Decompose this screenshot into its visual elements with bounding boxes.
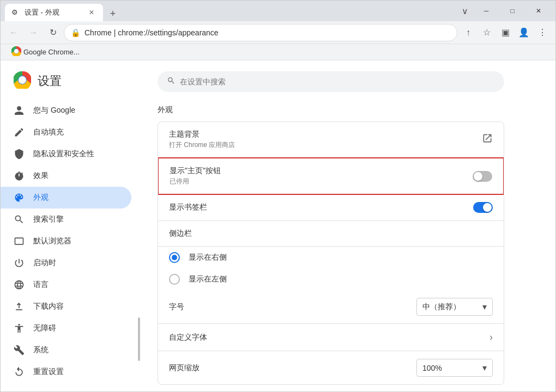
address-text: Chrome | chrome://settings/appearance	[84, 28, 450, 37]
sidebar-item-autofill[interactable]: 自动填充	[1, 121, 131, 143]
home-button-label: 显示"主页"按钮	[170, 166, 221, 176]
sidebar-item-label-reset: 重置设置	[33, 367, 64, 377]
language-icon	[14, 279, 25, 290]
font-size-select[interactable]: 中（推荐） ▾	[416, 298, 493, 316]
settings-card: 主题背景 打开 Chrome 应用商店 显示"主页"按钮 已停用	[158, 121, 504, 385]
sidebar-item-label-privacy: 隐私设置和安全性	[33, 149, 94, 159]
person-icon	[14, 105, 25, 116]
forward-button[interactable]: →	[25, 24, 42, 41]
star-button[interactable]: ☆	[478, 24, 495, 41]
sidebar-item-label-accessibility: 无障碍	[33, 323, 56, 333]
autofill-icon	[14, 127, 25, 138]
sidebar-item-label-google: 您与 Google	[33, 106, 75, 115]
zoom-dropdown-arrow: ▾	[482, 363, 487, 373]
search-icon	[14, 214, 25, 225]
bookmarks-bar-row: 显示书签栏	[158, 194, 504, 221]
zoom-row: 网页缩放 100% ▾	[158, 351, 504, 384]
sidebar-item-label-search: 搜索引擎	[33, 215, 64, 224]
system-icon	[14, 345, 25, 356]
sidebar-item-accessibility[interactable]: 无障碍	[1, 317, 131, 339]
sidebar-item-system[interactable]: 系统	[1, 339, 131, 361]
search-bar[interactable]	[158, 71, 504, 92]
sidebar-item-search[interactable]: 搜索引擎	[1, 209, 131, 230]
settings-header: 设置	[1, 65, 140, 100]
sidebar-item-startup[interactable]: 启动时	[1, 252, 131, 274]
reload-button[interactable]: ↻	[44, 24, 62, 41]
zoom-label: 网页缩放	[169, 363, 200, 373]
sidebar-left-radio[interactable]	[169, 274, 180, 285]
shield-icon	[14, 149, 25, 160]
lock-icon: 🔒	[71, 28, 80, 37]
bookmark-item-chrome[interactable]: Google Chrome...	[7, 45, 84, 59]
zoom-value: 100%	[422, 364, 442, 372]
toolbar: ← → ↻ 🔒 Chrome | chrome://settings/appea…	[1, 21, 555, 44]
address-bar[interactable]: 🔒 Chrome | chrome://settings/appearance	[64, 24, 457, 41]
sidebar-item-privacy[interactable]: 隐私设置和安全性	[1, 143, 131, 165]
maximize-button[interactable]: □	[500, 2, 525, 20]
toggle-knob	[474, 172, 482, 181]
font-size-dropdown-arrow: ▾	[482, 302, 487, 312]
home-button-toggle[interactable]	[473, 171, 492, 182]
sidebar-item-reset[interactable]: 重置设置	[1, 361, 131, 383]
sidebar-item-label-appearance: 外观	[33, 193, 49, 203]
tab-title: 设置 - 外观	[25, 8, 82, 17]
custom-font-label: 自定义字体	[169, 333, 207, 342]
svg-point-5	[19, 77, 26, 83]
sidebar-item-performance[interactable]: 效果	[1, 165, 131, 187]
content-area: 设置 您与 Google 自动填充	[1, 60, 555, 391]
font-size-label: 字号	[169, 302, 184, 312]
new-tab-button[interactable]: +	[105, 6, 120, 21]
collapse-button[interactable]: ∨	[457, 3, 473, 19]
close-button[interactable]: ✕	[526, 2, 551, 20]
zoom-select[interactable]: 100% ▾	[416, 359, 493, 377]
sidebar-left-option[interactable]: 显示在左侧	[158, 268, 504, 290]
sidebar-section-label: 侧边栏	[169, 229, 192, 238]
custom-font-row[interactable]: 自定义字体 ›	[158, 324, 504, 351]
bookmarks-bar: Google Chrome...	[1, 44, 555, 60]
radio-dot-selected	[172, 255, 177, 260]
external-link-icon[interactable]	[482, 133, 493, 146]
svg-point-2	[15, 50, 19, 53]
theme-info: 主题背景 打开 Chrome 应用商店	[169, 130, 235, 150]
back-button[interactable]: ←	[5, 24, 22, 41]
profile-button[interactable]: 👤	[515, 24, 533, 41]
sidebar-item-appearance[interactable]: 外观	[1, 187, 131, 209]
sidebar-item-label-downloads: 下载内容	[33, 302, 64, 311]
sidebar-item-label-autofill: 自动填充	[33, 127, 64, 137]
sidebar-right-radio[interactable]	[169, 252, 180, 263]
search-input[interactable]	[180, 77, 495, 86]
search-bar-icon	[167, 76, 176, 87]
sidebar-item-label-browser: 默认浏览器	[33, 236, 71, 246]
tab-close-button[interactable]: ✕	[87, 8, 96, 17]
bookmarks-toggle-knob	[483, 203, 492, 212]
minimize-button[interactable]: ─	[474, 2, 499, 20]
toolbar-actions: ↑ ☆ ▣ 👤 ⋮	[460, 24, 551, 41]
tab-area: ⚙ 设置 - 外观 ✕ +	[5, 1, 457, 21]
browser-icon	[14, 236, 25, 247]
active-tab[interactable]: ⚙ 设置 - 外观 ✕	[5, 4, 103, 21]
sidebar-item-google[interactable]: 您与 Google	[1, 100, 131, 121]
window-controls: ∨ ─ □ ✕	[457, 2, 551, 20]
share-button[interactable]: ↑	[460, 24, 477, 41]
sidebar-item-downloads[interactable]: 下载内容	[1, 296, 131, 317]
bookmarks-bar-info: 显示书签栏	[169, 203, 207, 212]
pip-button[interactable]: ▣	[497, 24, 514, 41]
theme-sublabel[interactable]: 打开 Chrome 应用商店	[169, 140, 235, 150]
startup-icon	[14, 258, 25, 268]
home-button-info: 显示"主页"按钮 已停用	[170, 166, 221, 186]
performance-icon	[14, 170, 25, 181]
sidebar-right-option[interactable]: 显示在右侧	[158, 247, 504, 268]
address-url: chrome://settings/appearance	[118, 28, 218, 37]
settings-title: 设置	[38, 73, 62, 89]
theme-label: 主题背景	[169, 130, 235, 139]
appearance-icon	[14, 192, 25, 203]
sidebar-item-browser[interactable]: 默认浏览器	[1, 230, 131, 252]
sidebar-section-row: 侧边栏	[158, 221, 504, 247]
sidebar-item-language[interactable]: 语言	[1, 274, 131, 296]
menu-button[interactable]: ⋮	[534, 24, 551, 41]
address-site: Chrome	[84, 28, 112, 37]
title-bar: ⚙ 设置 - 外观 ✕ + ∨ ─ □ ✕	[1, 1, 555, 21]
bookmarks-bar-toggle[interactable]	[473, 202, 493, 213]
reset-icon	[14, 366, 25, 377]
accessibility-icon	[14, 323, 25, 334]
